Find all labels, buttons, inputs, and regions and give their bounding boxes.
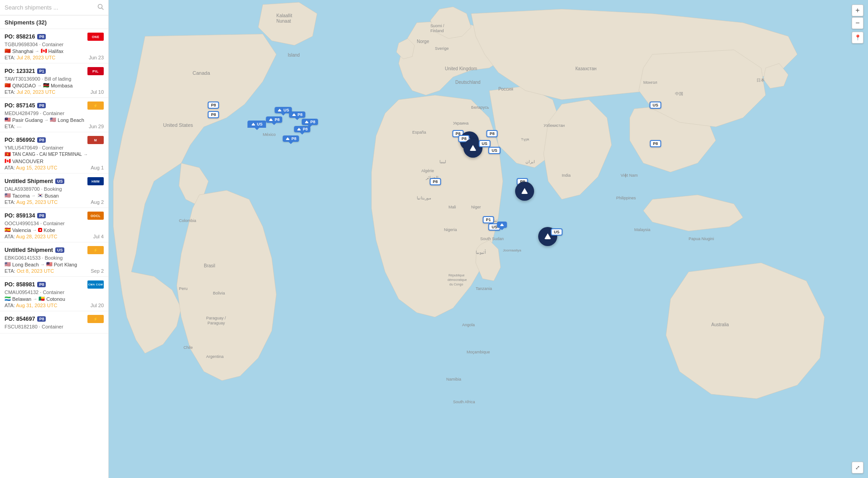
map-pin-redsea-ship[interactable]: [515, 182, 534, 201]
svg-text:España: España: [412, 130, 426, 135]
eta-right: Jul 4: [93, 234, 104, 239]
dest-name: Halifax: [48, 48, 64, 54]
svg-text:أثيوبيا: أثيوبيا: [476, 249, 486, 255]
map-pin-cluster-f[interactable]: P8: [283, 135, 299, 142]
eta-right: Jun 29: [89, 124, 104, 129]
shipment-item[interactable]: PO: 123321 P1 PIL TAWT30136900 · Bill of…: [0, 63, 108, 98]
dest-name: Long Beach: [58, 117, 84, 123]
map-pin-med-us2[interactable]: US: [488, 147, 501, 154]
p8-badge: P8: [487, 130, 498, 137]
shipment-po: PO: 857145 P8: [5, 102, 46, 109]
map-pin-cluster-c[interactable]: P8: [289, 111, 305, 118]
svg-text:South Africa: South Africa: [453, 400, 475, 404]
origin-flag: 🇸🇱: [5, 296, 11, 302]
svg-rect-60: [472, 150, 474, 151]
map-pin-med-us[interactable]: US: [478, 140, 491, 147]
map-pin-p8-1[interactable]: P8: [208, 101, 219, 109]
search-icon: [97, 4, 104, 11]
map-pin-somalia-cluster[interactable]: [497, 222, 507, 228]
svg-text:ایران: ایران: [526, 159, 535, 164]
dest-flag: 🇨🇦: [41, 48, 47, 54]
map-pin-fareast-p8[interactable]: P8: [650, 140, 661, 147]
origin-name: Shanghai: [12, 48, 34, 54]
map-pin-p8-2[interactable]: P8: [208, 111, 219, 118]
ship-cluster-somalia: [497, 222, 507, 228]
shipment-badge: P8: [37, 103, 46, 108]
shipment-route: 🇨🇳 Shanghai → 🇨🇦 Halifax: [5, 48, 104, 54]
svg-text:India: India: [562, 173, 571, 178]
origin-name: TAN CANG - CAI MEP TERMINAL: [12, 152, 82, 157]
origin-flag: 🇪🇸: [5, 227, 11, 233]
shipment-item[interactable]: Untitled Shipment US HMM DALA59389700 · …: [0, 174, 108, 208]
zoom-out-button[interactable]: −: [852, 17, 863, 29]
dest-name: Busan: [45, 193, 59, 198]
map-pin-cluster-d[interactable]: P8: [302, 119, 318, 125]
svg-text:du Congo: du Congo: [449, 283, 463, 286]
svg-text:Узбекистан: Узбекистан: [544, 123, 565, 128]
shipment-badge: P8: [37, 316, 46, 322]
shipment-po: PO: 858981 P8: [5, 281, 46, 288]
map-pin-somalia-p1[interactable]: P1: [482, 216, 494, 223]
svg-text:Algérie: Algérie: [421, 169, 434, 173]
search-input[interactable]: [5, 4, 95, 11]
shipment-item[interactable]: PO: 858981 P8 CMA CGM CMAU0954132 · Cont…: [0, 277, 108, 311]
shipment-ref: OOCU4990134 · Container: [5, 221, 104, 226]
svg-text:Sverige: Sverige: [435, 46, 449, 51]
shipment-ref: FSCU8182180 · Container: [5, 324, 104, 329]
origin-name: Belawan: [12, 296, 31, 302]
ship-cluster: P8: [266, 116, 282, 123]
svg-text:Brasil: Brasil: [204, 263, 215, 268]
expand-map-button[interactable]: ⤢: [852, 462, 863, 473]
svg-text:Deutschland: Deutschland: [455, 80, 481, 85]
shipment-po: PO: 123321 P1: [5, 68, 46, 74]
map-pin-cluster-e[interactable]: P8: [294, 126, 310, 132]
map-pin-cluster-a[interactable]: P8: [266, 116, 282, 123]
eta-date: Aug 15, 2023 UTC: [16, 165, 57, 170]
svg-text:Paraguay /: Paraguay /: [206, 316, 226, 320]
map-area[interactable]: Canada United States Brasil Bolivia Para…: [109, 0, 868, 478]
map-pin-med-p8-3[interactable]: P8: [487, 130, 498, 137]
shipment-item[interactable]: Untitled Shipment US ⚡ EBKG06141533 · Bo…: [0, 242, 108, 277]
svg-text:Казахстан: Казахстан: [575, 66, 597, 71]
origin-name: Pasir Gudang: [12, 117, 43, 123]
map-controls: + − 📍: [852, 5, 863, 43]
svg-text:Монгол: Монгол: [643, 80, 657, 85]
shipment-ref: YMLU5470649 · Container: [5, 145, 104, 150]
shipment-item[interactable]: PO: 858216 P8 ONE TGBU9698304 · Containe…: [0, 29, 108, 63]
eta-label: ETA:: [5, 124, 15, 129]
world-map-svg: Canada United States Brasil Bolivia Para…: [109, 0, 868, 478]
svg-text:Angola: Angola: [462, 323, 475, 327]
origin-flag: 🇨🇳: [5, 48, 11, 54]
us-badge: US: [478, 140, 491, 147]
zoom-in-button[interactable]: +: [852, 5, 863, 16]
carrier-logo: ⚡: [87, 101, 104, 110]
eta-right: Jul 20: [91, 303, 104, 308]
map-pin-africa-p8[interactable]: P8: [429, 178, 441, 185]
ship-pin: [515, 182, 534, 201]
svg-text:South Sudan: South Sudan: [480, 237, 504, 241]
eta-label: ETA:: [5, 89, 15, 95]
ata-label: ATA:: [5, 165, 15, 170]
shipment-item[interactable]: PO: 854697 P8 ⚡ FSCU8182180 · Container: [0, 311, 108, 333]
eta-right: Aug 2: [91, 199, 104, 205]
map-pin-indian-us[interactable]: US: [551, 228, 563, 236]
map-pin-fareast-us[interactable]: US: [649, 101, 661, 109]
map-pin-us-cluster[interactable]: US: [247, 121, 266, 128]
carrier-logo: PIL: [87, 67, 104, 75]
svg-text:Finland: Finland: [430, 29, 444, 33]
route-arrow: →: [40, 262, 45, 267]
route-arrow: →: [31, 193, 36, 198]
eta-row: ETA: --- Jun 29: [5, 124, 104, 129]
shipment-item[interactable]: PO: 857145 P8 ⚡ MEDU4284799 · Container …: [0, 98, 108, 132]
origin-flag: 🇻🇳: [5, 151, 11, 157]
shipment-item[interactable]: PO: 859134 P8 OOCL OOCU4990134 · Contain…: [0, 208, 108, 242]
shipment-item[interactable]: PO: 856992 P8 M YMLU5470649 · Container …: [0, 132, 108, 174]
locate-button[interactable]: 📍: [852, 32, 863, 43]
ship-cluster: P8: [283, 135, 299, 142]
ata-label: ATA:: [5, 303, 15, 308]
svg-text:Colombia: Colombia: [179, 218, 196, 223]
carrier-logo: ONE: [87, 33, 104, 41]
origin-name: QINGDAO: [12, 83, 36, 88]
shipment-route: 🇲🇾 Pasir Gudang → 🇺🇸 Long Beach: [5, 117, 104, 123]
eta-right: Jun 23: [89, 55, 104, 60]
